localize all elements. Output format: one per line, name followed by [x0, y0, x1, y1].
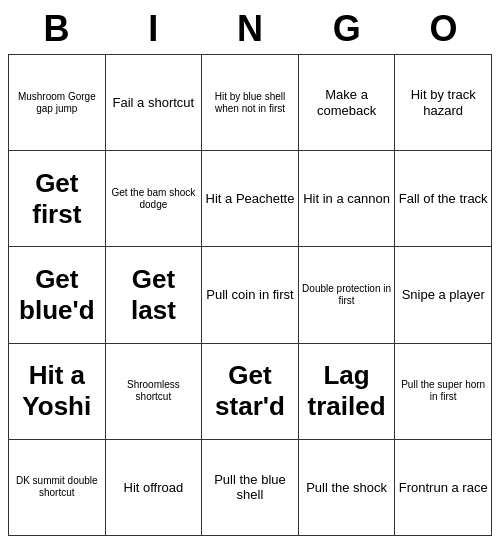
bingo-cell-21[interactable]: Hit offroad	[106, 440, 203, 536]
bingo-cell-8[interactable]: Hit in a cannon	[299, 151, 396, 247]
cell-text-3: Make a comeback	[302, 87, 392, 118]
bingo-title: BINGO	[8, 8, 492, 50]
bingo-cell-7[interactable]: Hit a Peachette	[202, 151, 299, 247]
bingo-grid: Mushroom Gorge gap jumpFail a shortcutHi…	[8, 54, 492, 536]
bingo-cell-12[interactable]: Pull coin in first	[202, 247, 299, 343]
cell-text-19: Pull the super horn in first	[398, 379, 488, 403]
cell-text-13: Double protection in first	[302, 283, 392, 307]
cell-text-17: Get star'd	[205, 360, 295, 422]
bingo-cell-6[interactable]: Get the bam shock dodge	[106, 151, 203, 247]
bingo-cell-10[interactable]: Get blue'd	[9, 247, 106, 343]
bingo-cell-13[interactable]: Double protection in first	[299, 247, 396, 343]
cell-text-22: Pull the blue shell	[205, 472, 295, 503]
cell-text-12: Pull coin in first	[206, 287, 293, 303]
bingo-cell-24[interactable]: Frontrun a race	[395, 440, 492, 536]
bingo-cell-4[interactable]: Hit by track hazard	[395, 55, 492, 151]
cell-text-23: Pull the shock	[306, 480, 387, 496]
cell-text-18: Lag trailed	[302, 360, 392, 422]
title-letter-n: N	[206, 8, 293, 50]
bingo-cell-20[interactable]: DK summit double shortcut	[9, 440, 106, 536]
cell-text-7: Hit a Peachette	[206, 191, 295, 207]
title-letter-o: O	[400, 8, 487, 50]
cell-text-14: Snipe a player	[402, 287, 485, 303]
bingo-cell-1[interactable]: Fail a shortcut	[106, 55, 203, 151]
cell-text-4: Hit by track hazard	[398, 87, 488, 118]
bingo-cell-0[interactable]: Mushroom Gorge gap jump	[9, 55, 106, 151]
cell-text-15: Hit a Yoshi	[12, 360, 102, 422]
bingo-cell-22[interactable]: Pull the blue shell	[202, 440, 299, 536]
title-letter-i: I	[110, 8, 197, 50]
cell-text-5: Get first	[12, 168, 102, 230]
cell-text-16: Shroomless shortcut	[109, 379, 199, 403]
cell-text-20: DK summit double shortcut	[12, 475, 102, 499]
cell-text-6: Get the bam shock dodge	[109, 187, 199, 211]
cell-text-11: Get last	[109, 264, 199, 326]
bingo-cell-5[interactable]: Get first	[9, 151, 106, 247]
cell-text-9: Fall of the track	[399, 191, 488, 207]
bingo-cell-18[interactable]: Lag trailed	[299, 344, 396, 440]
cell-text-1: Fail a shortcut	[113, 95, 195, 111]
title-letter-b: B	[13, 8, 100, 50]
cell-text-2: Hit by blue shell when not in first	[205, 91, 295, 115]
bingo-cell-3[interactable]: Make a comeback	[299, 55, 396, 151]
bingo-cell-14[interactable]: Snipe a player	[395, 247, 492, 343]
bingo-cell-16[interactable]: Shroomless shortcut	[106, 344, 203, 440]
bingo-cell-17[interactable]: Get star'd	[202, 344, 299, 440]
bingo-cell-19[interactable]: Pull the super horn in first	[395, 344, 492, 440]
cell-text-21: Hit offroad	[124, 480, 184, 496]
bingo-cell-23[interactable]: Pull the shock	[299, 440, 396, 536]
cell-text-10: Get blue'd	[12, 264, 102, 326]
title-letter-g: G	[303, 8, 390, 50]
bingo-cell-9[interactable]: Fall of the track	[395, 151, 492, 247]
bingo-cell-2[interactable]: Hit by blue shell when not in first	[202, 55, 299, 151]
cell-text-0: Mushroom Gorge gap jump	[12, 91, 102, 115]
cell-text-24: Frontrun a race	[399, 480, 488, 496]
bingo-cell-15[interactable]: Hit a Yoshi	[9, 344, 106, 440]
cell-text-8: Hit in a cannon	[303, 191, 390, 207]
bingo-cell-11[interactable]: Get last	[106, 247, 203, 343]
